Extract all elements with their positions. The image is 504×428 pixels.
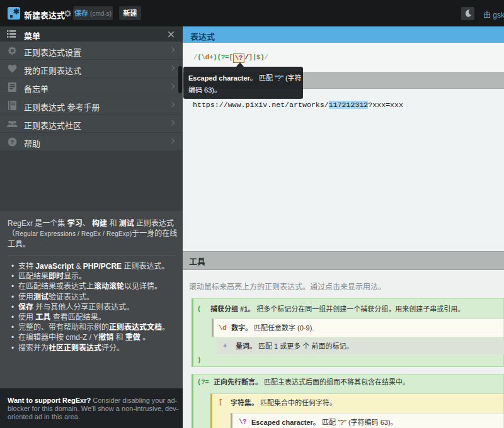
svg-text:?: ? bbox=[10, 138, 14, 145]
